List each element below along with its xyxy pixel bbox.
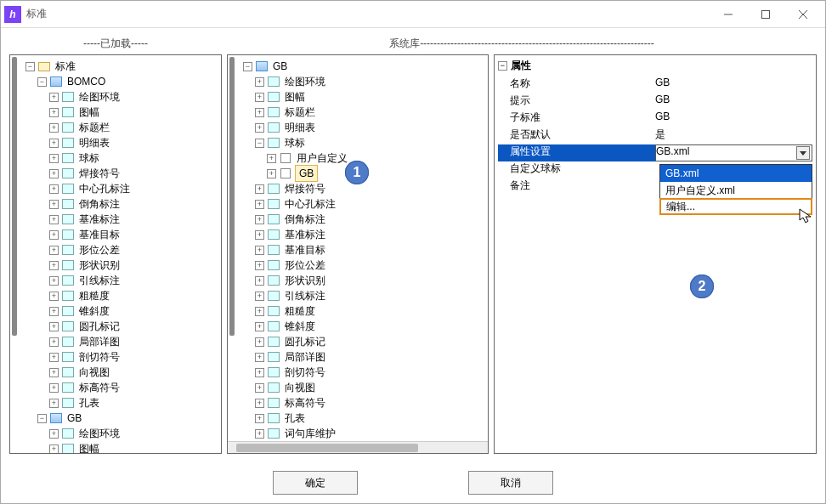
- tree-node-gb-root[interactable]: GB: [243, 59, 486, 74]
- tree-node[interactable]: 引线标注: [255, 288, 486, 303]
- expand-icon[interactable]: [255, 123, 264, 133]
- tree-node[interactable]: 引线标注: [49, 273, 219, 288]
- prop-row[interactable]: 提示GB: [498, 93, 812, 110]
- tree-node[interactable]: 中心孔标注: [49, 181, 219, 196]
- expand-icon[interactable]: [255, 399, 264, 408]
- tree-node[interactable]: 焊接符号: [49, 166, 219, 181]
- tree-node[interactable]: 锥斜度: [49, 303, 219, 319]
- expand-icon[interactable]: [255, 215, 264, 224]
- prop-row[interactable]: 子标准GB: [498, 110, 812, 127]
- expand-icon[interactable]: [49, 445, 59, 454]
- collapse-icon[interactable]: [498, 61, 507, 71]
- scrollbar-horizontal[interactable]: [228, 441, 488, 453]
- tree-node[interactable]: 球标: [49, 150, 219, 166]
- expand-icon[interactable]: [49, 322, 59, 331]
- tree-node[interactable]: 明细表: [49, 135, 219, 150]
- tree-node[interactable]: 向视图: [255, 380, 486, 395]
- expand-icon[interactable]: [255, 108, 264, 117]
- tree-node[interactable]: 剖切符号: [49, 349, 219, 365]
- library-tree[interactable]: GB绘图环境图幅标题栏明细表球标用户自定义GB焊接符号中心孔标注倒角标注基准标注…: [236, 55, 488, 445]
- expand-icon[interactable]: [49, 246, 59, 255]
- tree-node[interactable]: 标题栏: [255, 105, 486, 120]
- expand-icon[interactable]: [49, 139, 59, 148]
- tree-node[interactable]: 剖切符号: [255, 365, 486, 380]
- tree-node[interactable]: 圆孔标记: [255, 334, 486, 349]
- ok-button[interactable]: 确定: [273, 471, 358, 495]
- expand-icon[interactable]: [255, 292, 264, 301]
- tree-node-leaf[interactable]: GB: [267, 166, 486, 181]
- expand-icon[interactable]: [255, 307, 264, 316]
- tree-node[interactable]: 绘图环境: [255, 74, 486, 89]
- prop-value[interactable]: GB: [655, 76, 812, 93]
- tree-node-qiubiao[interactable]: 球标: [255, 135, 486, 150]
- tree-node[interactable]: 图幅: [49, 105, 219, 120]
- tree-node[interactable]: 形状识别: [255, 273, 486, 288]
- expand-icon[interactable]: [255, 261, 264, 270]
- scrollbar-vertical[interactable]: [12, 57, 17, 336]
- expand-icon[interactable]: [49, 307, 59, 316]
- expand-icon[interactable]: [49, 353, 59, 362]
- minimize-button[interactable]: [710, 3, 747, 26]
- expand-icon[interactable]: [49, 154, 59, 163]
- tree-node-bomco[interactable]: BOMCO: [37, 74, 219, 89]
- tree-node[interactable]: 倒角标注: [255, 212, 486, 227]
- tree-node-leaf[interactable]: 用户自定义: [267, 150, 486, 166]
- prop-value[interactable]: GB: [655, 110, 812, 127]
- tree-node[interactable]: 形位公差: [49, 242, 219, 258]
- expand-icon[interactable]: [37, 77, 47, 87]
- tree-node[interactable]: 图幅: [255, 89, 486, 105]
- prop-row[interactable]: 名称GB: [498, 76, 812, 93]
- expand-icon[interactable]: [49, 399, 59, 408]
- expand-icon[interactable]: [255, 337, 264, 347]
- expand-icon[interactable]: [255, 276, 264, 286]
- expand-icon[interactable]: [255, 353, 264, 362]
- expand-icon[interactable]: [255, 383, 264, 393]
- expand-icon[interactable]: [255, 200, 264, 209]
- expand-icon[interactable]: [49, 108, 59, 117]
- tree-node[interactable]: 基准目标: [49, 227, 219, 242]
- tree-node[interactable]: 基准标注: [255, 227, 486, 242]
- expand-icon[interactable]: [49, 184, 59, 194]
- tree-node[interactable]: 标题栏: [49, 120, 219, 135]
- close-button[interactable]: [784, 3, 822, 26]
- tree-node[interactable]: 明细表: [255, 120, 486, 135]
- prop-value[interactable]: GB.xml: [655, 144, 812, 161]
- expand-icon[interactable]: [49, 215, 59, 224]
- maximize-button[interactable]: [747, 3, 784, 26]
- tree-node[interactable]: 局部详图: [49, 334, 219, 349]
- expand-icon[interactable]: [243, 62, 252, 71]
- expand-icon[interactable]: [255, 429, 264, 439]
- tree-node[interactable]: 孔表: [49, 395, 219, 411]
- expand-icon[interactable]: [49, 292, 59, 301]
- tree-node[interactable]: 标高符号: [255, 395, 486, 411]
- tree-node[interactable]: 倒角标注: [49, 196, 219, 212]
- expand-icon[interactable]: [49, 169, 59, 178]
- cancel-button[interactable]: 取消: [468, 471, 553, 495]
- expand-icon[interactable]: [25, 62, 35, 71]
- expand-icon[interactable]: [49, 261, 59, 270]
- tree-node-gb[interactable]: GB: [37, 411, 219, 426]
- dropdown-arrow-icon[interactable]: [796, 146, 810, 160]
- tree-node[interactable]: 形位公差: [255, 258, 486, 273]
- expand-icon[interactable]: [255, 368, 264, 377]
- expand-icon[interactable]: [49, 276, 59, 286]
- scrollbar-vertical[interactable]: [229, 57, 235, 336]
- tree-node[interactable]: 粗糙度: [49, 288, 219, 303]
- expand-icon[interactable]: [255, 414, 264, 423]
- tree-node[interactable]: 焊接符号: [255, 181, 486, 196]
- expand-icon[interactable]: [255, 230, 264, 240]
- prop-row[interactable]: 属性设置GB.xml: [498, 144, 812, 161]
- tree-node[interactable]: 基准目标: [255, 242, 486, 258]
- tree-node[interactable]: 绘图环境: [49, 89, 219, 105]
- tree-node[interactable]: 词句库维护: [255, 426, 486, 441]
- tree-node[interactable]: 基准标注: [49, 212, 219, 227]
- tree-node[interactable]: 粗糙度: [255, 303, 486, 319]
- tree-node[interactable]: 孔表: [255, 411, 486, 426]
- expand-icon[interactable]: [49, 200, 59, 209]
- tree-node[interactable]: 局部详图: [255, 349, 486, 365]
- prop-row[interactable]: 是否默认是: [498, 127, 812, 144]
- expand-icon[interactable]: [49, 383, 59, 393]
- tree-node[interactable]: 标高符号: [49, 380, 219, 395]
- tree-node[interactable]: 圆孔标记: [49, 319, 219, 334]
- tree-node[interactable]: 图幅: [49, 441, 219, 454]
